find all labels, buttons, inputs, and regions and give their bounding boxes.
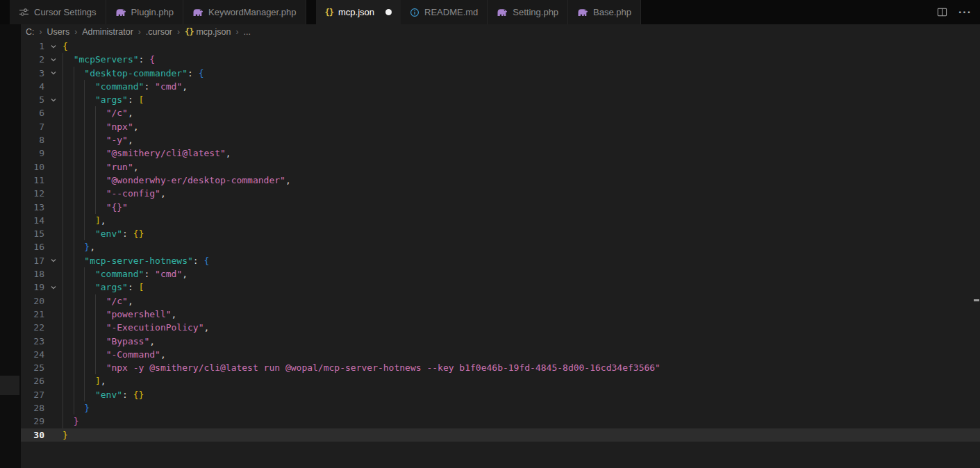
breadcrumb-item-label: ... <box>243 27 250 37</box>
code-content[interactable]: } <box>63 415 980 428</box>
code-line-14[interactable]: 14 ], <box>21 214 980 227</box>
code-content[interactable]: "mcpServers": { <box>63 53 980 66</box>
code-content[interactable]: "npx", <box>63 120 980 133</box>
code-line-5[interactable]: 5 "args": [ <box>21 93 980 106</box>
breadcrumb-item-[interactable]: ... <box>243 27 250 37</box>
code-content[interactable]: "-ExecutionPolicy", <box>63 321 980 334</box>
tab-setting-php[interactable]: Setting.php <box>488 0 568 24</box>
code-line-12[interactable]: 12 "--config", <box>21 187 980 200</box>
code-line-15[interactable]: 15 "env": {} <box>21 227 980 240</box>
fold-chevron-icon[interactable] <box>44 53 63 66</box>
code-content[interactable]: "@wonderwhy-er/desktop-commander", <box>63 174 980 187</box>
code-line-22[interactable]: 22 "-ExecutionPolicy", <box>21 321 980 334</box>
line-number: 20 <box>21 294 44 308</box>
fold-chevron-icon[interactable] <box>44 254 63 267</box>
code-line-13[interactable]: 13 "{}" <box>21 201 980 214</box>
code-line-8[interactable]: 8 "-y", <box>21 133 980 147</box>
line-number: 2 <box>21 53 44 66</box>
code-content[interactable]: "command": "cmd", <box>63 80 980 93</box>
tab-keywordmanager-php[interactable]: KeywordManager.php <box>183 0 306 24</box>
code-content[interactable]: "env": {} <box>63 227 980 240</box>
code-line-2[interactable]: 2 "mcpServers": { <box>21 53 980 66</box>
code-content[interactable]: ], <box>63 214 980 227</box>
code-content[interactable]: "args": [ <box>63 93 980 106</box>
code-line-17[interactable]: 17 "mcp-server-hotnews": { <box>21 254 980 267</box>
code-line-16[interactable]: 16 }, <box>21 240 980 253</box>
tab-readme-md[interactable]: README.md <box>401 0 488 24</box>
code-content[interactable]: "powershell", <box>63 308 980 321</box>
fold-chevron-icon[interactable] <box>44 40 63 53</box>
code-line-10[interactable]: 10 "run", <box>21 160 980 174</box>
breadcrumb-item-label: Users <box>47 27 70 37</box>
code-line-25[interactable]: 25 "npx -y @smithery/cli@latest run @wop… <box>21 361 980 374</box>
fold-chevron-icon[interactable] <box>44 281 63 294</box>
split-editor-icon[interactable] <box>937 7 947 17</box>
code-content[interactable]: "Bypass", <box>63 335 980 348</box>
code-content[interactable]: "run", <box>63 160 980 174</box>
code-line-20[interactable]: 20 "/c", <box>21 294 980 308</box>
code-line-23[interactable]: 23 "Bypass", <box>21 335 980 348</box>
modified-indicator-icon[interactable] <box>385 9 392 15</box>
code-line-11[interactable]: 11 "@wonderwhy-er/desktop-commander", <box>21 174 980 187</box>
breadcrumb-item-cursor[interactable]: .cursor <box>146 27 172 37</box>
code-content[interactable]: "--config", <box>63 187 980 200</box>
code-line-18[interactable]: 18 "command": "cmd", <box>21 267 980 281</box>
tab-strip: Cursor SettingsPlugin.phpKeywordManager.… <box>10 0 641 24</box>
editor-area: C:›Users›Administrator›.cursor›{}mcp.jso… <box>0 24 980 468</box>
line-number: 4 <box>21 80 44 93</box>
tab-mcp-json[interactable]: {}mcp.json <box>316 0 401 24</box>
code-content[interactable]: "/c", <box>63 294 980 308</box>
code-line-7[interactable]: 7 "npx", <box>21 120 980 133</box>
line-number: 30 <box>21 428 44 442</box>
code-content[interactable]: "@smithery/cli@latest", <box>63 147 980 160</box>
line-number: 18 <box>21 267 44 281</box>
code-content[interactable]: } <box>63 401 980 415</box>
code-content[interactable]: }, <box>63 240 980 253</box>
fold-gutter <box>44 106 63 119</box>
code-content[interactable]: "mcp-server-hotnews": { <box>63 254 980 267</box>
code-line-3[interactable]: 3 "desktop-commander": { <box>21 67 980 80</box>
code-line-6[interactable]: 6 "/c", <box>21 106 980 119</box>
breadcrumb-item-c[interactable]: C: <box>26 27 35 37</box>
breadcrumb-item-mcp-json[interactable]: {}mcp.json <box>185 27 231 37</box>
fold-chevron-icon[interactable] <box>44 93 63 106</box>
code-content[interactable]: "{}" <box>63 201 980 214</box>
fold-gutter <box>44 147 63 160</box>
tab-cursor-settings[interactable]: Cursor Settings <box>10 0 106 24</box>
code-line-1[interactable]: 1{ <box>21 40 980 53</box>
code-line-19[interactable]: 19 "args": [ <box>21 281 980 294</box>
code-line-29[interactable]: 29 } <box>21 415 980 428</box>
code-content[interactable]: { <box>63 40 980 53</box>
code-line-26[interactable]: 26 ], <box>21 374 980 387</box>
fold-gutter <box>44 160 63 174</box>
line-number: 15 <box>21 227 44 240</box>
code-content[interactable]: "command": "cmd", <box>63 267 980 281</box>
code-content[interactable]: ], <box>63 374 980 387</box>
breadcrumb-item-users[interactable]: Users <box>47 27 70 37</box>
code-content[interactable]: "desktop-commander": { <box>63 67 980 80</box>
code-content[interactable]: } <box>63 428 980 442</box>
line-number: 19 <box>21 281 44 294</box>
code-content[interactable]: "/c", <box>63 106 980 119</box>
code-line-30[interactable]: 30} <box>21 428 980 442</box>
code-content[interactable]: "args": [ <box>63 281 980 294</box>
more-actions-icon[interactable]: ··· <box>958 6 972 19</box>
fold-chevron-icon[interactable] <box>44 67 63 80</box>
code-line-27[interactable]: 27 "env": {} <box>21 388 980 401</box>
code-content[interactable]: "-Command", <box>63 348 980 361</box>
tab-plugin-php[interactable]: Plugin.php <box>106 0 183 24</box>
code-content[interactable]: "-y", <box>63 133 980 147</box>
breadcrumb-item-administrator[interactable]: Administrator <box>82 27 133 37</box>
code-content[interactable]: "env": {} <box>63 388 980 401</box>
tab-label: KeywordManager.php <box>208 7 296 17</box>
tab-base-php[interactable]: Base.php <box>568 0 641 24</box>
code-line-28[interactable]: 28 } <box>21 401 980 415</box>
code-line-9[interactable]: 9 "@smithery/cli@latest", <box>21 147 980 160</box>
code-line-21[interactable]: 21 "powershell", <box>21 308 980 321</box>
tab-label: Base.php <box>593 7 631 17</box>
code-line-4[interactable]: 4 "command": "cmd", <box>21 80 980 93</box>
php-elephant-icon <box>115 8 126 17</box>
code-content[interactable]: "npx -y @smithery/cli@latest run @wopal/… <box>63 361 980 374</box>
code-line-24[interactable]: 24 "-Command", <box>21 348 980 361</box>
line-number: 24 <box>21 348 44 361</box>
